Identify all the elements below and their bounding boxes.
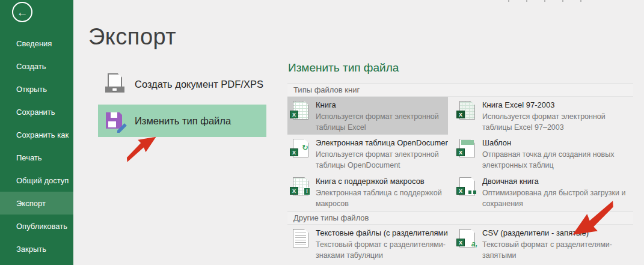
sidebar-item-label: Открыть [16, 85, 47, 94]
file-type-description: Используется формат электронной таблицы … [482, 111, 633, 133]
page-title: Экспорт [88, 24, 176, 50]
floppy-pencil-icon [106, 110, 125, 132]
file-type-description: Оптимизирована для быстрой загрузки и со… [482, 187, 633, 209]
file-type-opendocument-spreadsheet[interactable]: Электронная таблица OpenDocument Использ… [287, 135, 448, 172]
file-type-description: Используется формат электронной таблицы … [316, 111, 448, 133]
sidebar-item-publish[interactable]: Опубликовать [0, 215, 73, 237]
sidebar-nav: Сведения Создать Открыть Сохранить Сохра… [0, 32, 73, 260]
file-type-title: Шаблон [482, 138, 633, 147]
pdf-xps-icon [106, 73, 125, 95]
sidebar-item-print[interactable]: Печать [0, 146, 73, 169]
back-button[interactable]: ← [12, 2, 32, 22]
file-type-binary-workbook[interactable]: Двоичная книга Оптимизирована для быстро… [454, 173, 633, 211]
file-type-title: Книга Excel 97-2003 [482, 100, 633, 109]
file-type-description: Отправная точка для создания новых элект… [482, 149, 633, 171]
option-create-pdf-xps[interactable]: Создать документ PDF/XPS [98, 67, 266, 101]
sidebar-item-info[interactable]: Сведения [0, 32, 73, 55]
binary-icon [459, 177, 475, 196]
section-header: Другие типы файлов [287, 211, 633, 225]
sidebar-item-share[interactable]: Общий доступ [0, 169, 73, 192]
macro-icon [293, 177, 308, 196]
file-type-title: Книга с поддержкой макросов [316, 177, 448, 186]
section-header-label: Другие типы файлов [293, 213, 369, 222]
section-header-label: Типы файлов книг [293, 85, 360, 94]
option-label: Изменить тип файла [135, 115, 231, 127]
change-file-type-panel: Изменить тип файла Типы файлов книг Книг… [287, 60, 633, 265]
excel-workbook-icon [293, 101, 308, 120]
file-type-title: Книга [316, 100, 448, 109]
sidebar-item-label: Сохранить [16, 108, 55, 117]
back-arrow-icon: ← [17, 7, 28, 18]
sidebar-item-export[interactable]: Экспорт [0, 192, 73, 215]
file-type-section: Типы файлов книг Книга Используется форм… [287, 83, 633, 211]
excel-97-2003-icon [459, 101, 475, 120]
sidebar-item-label: Опубликовать [16, 222, 67, 231]
file-type-formatted-text-space-delimited[interactable]: Форматированный текст (разделитель... [287, 263, 448, 265]
sidebar-item-create[interactable]: Создать [0, 55, 73, 78]
file-type-workbook[interactable]: Книга Используется формат электронной та… [287, 97, 448, 135]
csv-icon [459, 229, 475, 248]
panel-title: Изменить тип файла [288, 61, 633, 75]
file-type-description: Электронная таблица с поддержкой макросо… [316, 187, 448, 209]
file-type-description: Текстовый формат с разделителями-знаками… [316, 239, 448, 261]
sidebar-item-close[interactable]: Закрыть [0, 237, 73, 260]
text-file-icon [293, 229, 308, 248]
sidebar-item-label: Экспорт [16, 199, 46, 208]
sidebar-item-label: Общий доступ [16, 176, 69, 185]
backstage-sidebar: ← Сведения Создать Открыть Сохранить Сох… [0, 0, 73, 265]
file-type-list: Типы файлов книг Книга Используется форм… [287, 83, 633, 265]
file-type-macro-enabled-workbook[interactable]: Книга с поддержкой макросов Электронная … [287, 173, 448, 211]
file-type-description: Текстовый формат с разделителями-запятым… [482, 239, 633, 261]
file-type-section: Другие типы файлов Текстовые файлы (с ра… [287, 211, 633, 265]
template-icon [459, 139, 475, 157]
sidebar-item-label: Создать [16, 62, 46, 71]
file-type-csv-comma-delimited[interactable]: CSV (разделители - запятые) Текстовый фо… [454, 225, 633, 263]
sidebar-item-label: Печать [16, 153, 42, 162]
file-type-title: Электронная таблица OpenDocument [316, 138, 448, 147]
option-change-file-type[interactable]: Изменить тип файла [98, 105, 266, 137]
titlebar-clipped-text [508, 0, 592, 2]
sidebar-item-open[interactable]: Открыть [0, 78, 73, 100]
file-type-title: Двоичная книга [482, 177, 633, 186]
file-type-text-tab-delimited[interactable]: Текстовые файлы (с разделителями та... Т… [287, 225, 448, 263]
sidebar-item-label: Сведения [16, 39, 52, 48]
sidebar-item-label: Закрыть [16, 245, 46, 254]
sidebar-item-label: Сохранить как [16, 130, 69, 139]
sidebar-item-save-as[interactable]: Сохранить как [0, 123, 73, 146]
file-type-save-as-other-type[interactable]: Сохранить как файл другого типа [454, 263, 633, 265]
file-type-excel-97-2003[interactable]: Книга Excel 97-2003 Используется формат … [454, 97, 633, 135]
opendocument-icon [293, 139, 308, 157]
file-type-grid: Книга Используется формат электронной та… [287, 97, 633, 211]
file-type-template[interactable]: Шаблон Отправная точка для создания новы… [454, 135, 633, 172]
option-label: Создать документ PDF/XPS [135, 79, 263, 90]
export-options: Создать документ PDF/XPS Изменить тип фа… [98, 67, 266, 137]
file-type-description: Используется формат электронной таблицы … [316, 149, 448, 171]
file-type-title: CSV (разделители - запятые) [482, 228, 633, 237]
sidebar-item-save[interactable]: Сохранить [0, 100, 73, 123]
file-type-title: Текстовые файлы (с разделителями та... [316, 228, 448, 237]
file-type-grid: Текстовые файлы (с разделителями та... Т… [287, 225, 633, 265]
section-header: Типы файлов книг [287, 83, 633, 97]
